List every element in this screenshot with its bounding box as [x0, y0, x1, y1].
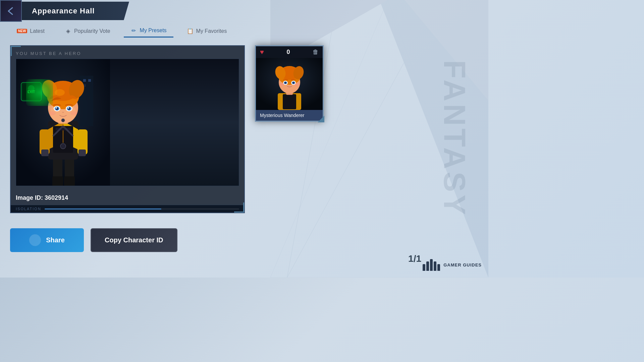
image-id: Image ID: 3602914 — [16, 194, 68, 201]
svg-rect-13 — [88, 79, 91, 82]
tab-popularity[interactable]: ◈ Popularity Vote — [58, 25, 117, 37]
bar-4 — [434, 261, 436, 271]
svg-point-67 — [279, 83, 284, 86]
title-bar: Appearance Hall — [22, 2, 129, 20]
progress-fill — [45, 208, 161, 209]
svg-point-63 — [284, 82, 286, 84]
copy-character-id-button[interactable]: Copy Character ID — [91, 228, 177, 252]
preview-card: DON'T LIKE TO IGNORE ME YOU MUST BE A HE… — [10, 45, 245, 213]
character-svg: EXIT — [16, 59, 110, 186]
bar-1 — [423, 264, 425, 271]
bar-2 — [426, 261, 429, 271]
preview-card-inner: YOU MUST BE A HERO — [11, 46, 244, 191]
bg-green-glow — [26, 79, 53, 106]
tab-popularity-label: Popularity Vote — [74, 28, 110, 34]
gamer-guides-watermark: GAMER GUIDES — [423, 259, 482, 271]
like-count: 0 — [286, 49, 290, 56]
pagination: 1/1 — [408, 253, 421, 264]
tab-presets-label: My Presets — [140, 27, 167, 34]
tab-latest[interactable]: NEW Latest — [10, 25, 51, 37]
gamer-guides-text: GAMER GUIDES — [443, 262, 482, 267]
nav-tabs: NEW Latest ◈ Popularity Vote ✏ My Preset… — [0, 22, 488, 40]
tab-favorites-label: My Favorites — [196, 28, 227, 34]
svg-point-43 — [56, 107, 57, 109]
share-button[interactable]: Share — [10, 228, 84, 252]
page-title: Appearance Hall — [32, 7, 95, 15]
back-button[interactable] — [0, 0, 22, 22]
tab-favorites[interactable]: 📋 My Favorites — [180, 25, 234, 37]
character-name: Mysterious Wanderer — [256, 110, 323, 121]
svg-point-49 — [70, 111, 77, 115]
vote-icon: ◈ — [65, 28, 71, 35]
svg-point-66 — [292, 82, 294, 84]
presets-icon: ✏ — [130, 27, 137, 34]
gg-bars-icon — [423, 259, 440, 271]
svg-rect-18 — [64, 176, 75, 186]
preview-footer: Image ID: 3602914 — [11, 191, 244, 205]
preview-bottom-bar: ISOLATION — [11, 205, 244, 213]
header: Appearance Hall — [0, 0, 488, 22]
favorites-icon: 📋 — [187, 28, 194, 35]
svg-rect-12 — [83, 79, 86, 82]
svg-rect-54 — [283, 94, 296, 109]
svg-point-50 — [61, 119, 65, 122]
thumbnail-svg — [256, 58, 323, 110]
tab-latest-label: Latest — [30, 28, 45, 34]
svg-point-27 — [60, 143, 66, 149]
bottom-label: ISOLATION — [16, 207, 41, 211]
svg-point-47 — [68, 107, 69, 109]
tab-presets[interactable]: ✏ My Presets — [124, 24, 173, 38]
corner-decoration-br — [234, 202, 244, 213]
svg-point-48 — [49, 111, 56, 115]
bar-5 — [437, 264, 440, 271]
svg-point-39 — [55, 89, 65, 96]
character-image: EXIT — [16, 59, 239, 186]
progress-bar — [45, 208, 239, 209]
svg-rect-29 — [41, 149, 49, 156]
new-badge: NEW — [17, 29, 27, 33]
right-panel: ♥ 0 🗑 — [255, 45, 478, 213]
preview-header-text: YOU MUST BE A HERO — [16, 51, 239, 56]
thumbnail-image — [256, 58, 323, 110]
bar-3 — [430, 259, 433, 271]
svg-rect-17 — [52, 176, 63, 186]
svg-point-68 — [294, 83, 300, 86]
main-content: DON'T LIKE TO IGNORE ME YOU MUST BE A HE… — [0, 40, 488, 218]
thumbnail-header: ♥ 0 🗑 — [256, 46, 323, 58]
delete-button[interactable]: 🗑 — [313, 49, 319, 56]
svg-rect-24 — [56, 128, 70, 130]
character-thumbnail-card[interactable]: ♥ 0 🗑 — [255, 45, 324, 122]
svg-rect-31 — [78, 149, 86, 156]
like-button[interactable]: ♥ — [260, 48, 264, 56]
